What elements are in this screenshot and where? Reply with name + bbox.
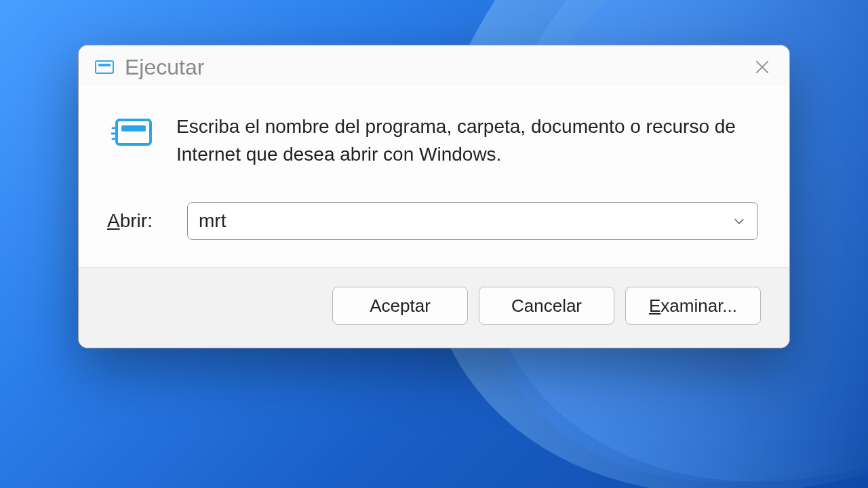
combobox-dropdown-button[interactable] — [732, 214, 747, 228]
cancel-button[interactable]: Cancelar — [479, 287, 614, 325]
dialog-footer: Aceptar Cancelar Examinar... — [79, 267, 789, 348]
run-titlebar-icon — [95, 59, 114, 75]
svg-rect-5 — [121, 125, 146, 131]
chevron-down-icon — [732, 214, 747, 228]
open-label: Abrir: — [107, 210, 168, 232]
dialog-title: Ejecutar — [125, 55, 204, 80]
svg-rect-0 — [96, 61, 113, 73]
titlebar[interactable]: Ejecutar — [79, 45, 789, 86]
close-icon — [753, 58, 771, 76]
open-input[interactable] — [199, 210, 732, 232]
run-dialog: Ejecutar Escriba el nombre del programa,… — [78, 45, 790, 348]
open-combobox[interactable] — [187, 202, 758, 240]
ok-button[interactable]: Aceptar — [332, 287, 468, 325]
close-button[interactable] — [749, 54, 776, 81]
svg-rect-1 — [98, 64, 111, 66]
dialog-description: Escriba el nombre del programa, carpeta,… — [176, 113, 761, 168]
browse-button[interactable]: Examinar... — [625, 287, 761, 325]
run-icon — [111, 116, 153, 151]
svg-rect-4 — [117, 120, 151, 144]
